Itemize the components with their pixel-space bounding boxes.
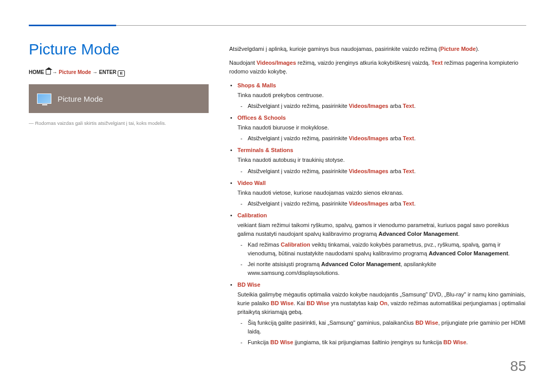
sub-item: Atsižvelgiant į vaizdo režimą, pasirinki… bbox=[237, 134, 526, 143]
item-text: veikiant šiam režimui taikomi ryškumo, s… bbox=[237, 221, 526, 238]
menu-screenshot: Picture Mode bbox=[29, 84, 209, 113]
sub-item: Kad režimas Calibration veiktų tinkamai,… bbox=[237, 240, 526, 258]
shot-label: Picture Mode bbox=[58, 95, 103, 103]
item-heading: Calibration bbox=[237, 212, 267, 218]
list-item: Video Wall Tinka naudoti vietose, kurios… bbox=[229, 179, 526, 208]
item-text: Tinka naudoti autobusų ir traukinių stot… bbox=[237, 156, 526, 164]
list-item-bdwise: BD Wise Suteikia galimybę mėgautis optim… bbox=[229, 281, 526, 347]
list-item: Terminals & Stations Tinka naudoti autob… bbox=[229, 146, 526, 175]
sub-item: Atsižvelgiant į vaizdo režimą, pasirinki… bbox=[237, 167, 526, 176]
p2d: Text bbox=[432, 60, 443, 66]
sub-item: Atsižvelgiant į vaizdo režimą, pasirinki… bbox=[237, 102, 526, 110]
item-text: Tinka naudoti biuruose ir mokyklose. bbox=[237, 123, 526, 132]
intro-para-1: Atsižvelgdami į aplinką, kurioje gaminys… bbox=[229, 45, 526, 53]
sub-item: Funkcija BD Wise įjungiama, tik kai prij… bbox=[237, 338, 526, 347]
page-number: 85 bbox=[510, 358, 526, 375]
tv-icon bbox=[37, 94, 51, 104]
bc-arrow1: → bbox=[52, 69, 59, 75]
item-heading: BD Wise bbox=[237, 282, 261, 288]
breadcrumb: HOME → Picture Mode → ENTER E bbox=[29, 69, 209, 76]
p2b: Videos/Images bbox=[256, 60, 296, 66]
bc-home: HOME bbox=[29, 69, 44, 75]
p2c: režimą, vaizdo įrenginys atkuria kokybiš… bbox=[296, 60, 432, 66]
item-heading: Video Wall bbox=[237, 180, 266, 186]
sub-item: Šią funkciją galite pasirinkti, kai „Sam… bbox=[237, 319, 526, 336]
item-heading: Terminals & Stations bbox=[237, 147, 293, 153]
list-item-calibration: Calibration veikiant šiam režimui taikom… bbox=[229, 211, 526, 277]
item-text: Tinka naudoti prekybos centruose. bbox=[237, 91, 526, 100]
p1b: Picture Mode bbox=[440, 46, 476, 52]
item-heading: Offices & Schools bbox=[237, 115, 286, 121]
section-title: Picture Mode bbox=[29, 41, 209, 58]
p1a: Atsižvelgdami į aplinką, kurioje gaminys… bbox=[229, 46, 440, 52]
top-rule bbox=[29, 25, 526, 26]
item-heading: Shops & Malls bbox=[237, 82, 276, 88]
p1c: ). bbox=[476, 46, 479, 52]
right-column: Atsižvelgdami į aplinką, kurioje gaminys… bbox=[229, 32, 526, 350]
list-item: Shops & Malls Tinka naudoti prekybos cen… bbox=[229, 81, 526, 110]
mode-list: Shops & Malls Tinka naudoti prekybos cen… bbox=[229, 81, 526, 347]
page-content: Picture Mode HOME → Picture Mode → ENTER… bbox=[0, 0, 555, 350]
sub-item: Jei norite atsisiųsti programą Advanced … bbox=[237, 260, 526, 277]
enter-icon: E bbox=[118, 70, 124, 77]
p2a: Naudojant bbox=[229, 60, 256, 66]
footnote: Rodomas vaizdas gali skirtis atsižvelgia… bbox=[29, 120, 209, 126]
item-text: Tinka naudoti vietose, kuriose naudojama… bbox=[237, 189, 526, 197]
left-column: Picture Mode HOME → Picture Mode → ENTER… bbox=[29, 32, 209, 350]
list-item: Offices & Schools Tinka naudoti biuruose… bbox=[229, 114, 526, 143]
bc-enter: ENTER bbox=[99, 69, 117, 75]
bc-picture-mode: Picture Mode bbox=[59, 69, 91, 75]
sub-item: Atsižvelgiant į vaizdo režimą, pasirinki… bbox=[237, 199, 526, 208]
bc-arrow2: → bbox=[92, 69, 99, 75]
home-icon bbox=[46, 70, 51, 74]
item-text: Suteikia galimybę mėgautis optimalia vai… bbox=[237, 290, 526, 316]
intro-para-2: Naudojant Videos/Images režimą, vaizdo į… bbox=[229, 59, 526, 76]
